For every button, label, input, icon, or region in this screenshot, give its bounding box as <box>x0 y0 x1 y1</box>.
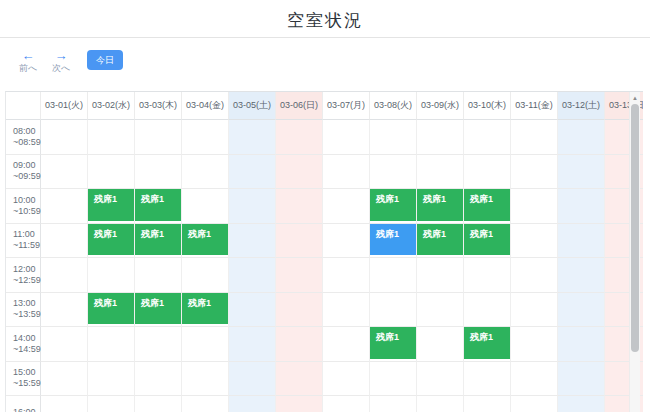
date-header: 03-03(木) <box>135 92 182 120</box>
calendar-cell <box>276 224 323 259</box>
calendar-cell <box>276 327 323 362</box>
calendar-cell <box>135 396 182 412</box>
time-start: 09:00 <box>13 160 40 171</box>
calendar-cell <box>88 258 135 293</box>
vertical-scrollbar[interactable]: ▲ <box>629 92 640 412</box>
calendar-cell <box>558 155 605 190</box>
availability-event[interactable]: 残席1 <box>417 224 463 256</box>
calendar-cell <box>511 258 558 293</box>
time-label: 14:00~14:59 <box>6 327 41 362</box>
time-end: ~08:59 <box>13 137 40 148</box>
availability-event[interactable]: 残席1 <box>464 224 510 256</box>
calendar-cell <box>370 396 417 412</box>
calendar-cell <box>41 258 88 293</box>
page-title: 空室状況 <box>0 0 650 32</box>
calendar-cell: 残席1 <box>370 327 417 362</box>
calendar-cell <box>182 189 229 224</box>
calendar-cell <box>182 155 229 190</box>
scrollbar-thumb[interactable] <box>631 104 639 352</box>
availability-event[interactable]: 残席1 <box>182 293 228 325</box>
calendar-cell: 残席1 <box>417 189 464 224</box>
calendar-cell <box>370 258 417 293</box>
calendar-cell <box>41 396 88 412</box>
calendar-cell <box>135 120 182 155</box>
calendar-cell <box>558 189 605 224</box>
calendar-cell <box>370 155 417 190</box>
calendar-cell <box>229 362 276 397</box>
calendar-cell <box>464 258 511 293</box>
calendar-cell: 残席1 <box>88 224 135 259</box>
calendar-cell <box>41 327 88 362</box>
date-header: 03-11(金) <box>511 92 558 120</box>
prev-button[interactable]: ← 前へ <box>16 50 40 73</box>
calendar-cell <box>558 258 605 293</box>
availability-event[interactable]: 残席1 <box>135 293 181 325</box>
calendar-cell <box>182 327 229 362</box>
calendar-cell <box>182 258 229 293</box>
availability-event[interactable]: 残席1 <box>135 189 181 221</box>
availability-event[interactable]: 残席1 <box>182 224 228 256</box>
calendar-cell <box>323 362 370 397</box>
calendar-cell <box>182 120 229 155</box>
arrow-left-icon: ← <box>22 50 35 62</box>
calendar-cell <box>229 120 276 155</box>
calendar-cell <box>323 293 370 328</box>
scroll-up-icon[interactable]: ▲ <box>630 93 640 103</box>
date-header: 03-08(火) <box>370 92 417 120</box>
availability-event[interactable]: 残席1 <box>464 189 510 221</box>
calendar-grid: 03-01(火)03-02(水)03-03(木)03-04(金)03-05(土)… <box>6 92 643 412</box>
calendar-cell <box>41 189 88 224</box>
calendar-cell <box>229 396 276 412</box>
availability-event[interactable]: 残席1 <box>135 224 181 256</box>
calendar-cell: 残席1 <box>135 189 182 224</box>
calendar-cell <box>276 293 323 328</box>
calendar-cell <box>417 362 464 397</box>
availability-event[interactable]: 残席1 <box>370 189 416 221</box>
calendar-cell <box>182 396 229 412</box>
calendar-cell <box>323 327 370 362</box>
calendar-cell <box>558 120 605 155</box>
calendar-cell: 残席1 <box>88 189 135 224</box>
calendar-cell <box>229 155 276 190</box>
availability-event[interactable]: 残席1 <box>370 327 416 359</box>
today-button[interactable]: 今日 <box>87 50 123 70</box>
time-start: 14:00 <box>13 333 40 344</box>
calendar-cell <box>229 327 276 362</box>
availability-calendar: 03-01(火)03-02(水)03-03(木)03-04(金)03-05(土)… <box>5 91 643 412</box>
calendar-cell <box>323 396 370 412</box>
prev-button-label: 前へ <box>19 63 37 73</box>
calendar-cell <box>417 327 464 362</box>
availability-event[interactable]: 残席1 <box>88 293 134 325</box>
date-header: 03-07(月) <box>323 92 370 120</box>
availability-event[interactable]: 残席1 <box>464 327 510 359</box>
calendar-toolbar: ← 前へ → 次へ 今日 <box>16 50 123 73</box>
availability-event[interactable]: 残席1 <box>88 189 134 221</box>
calendar-cell <box>41 120 88 155</box>
availability-event[interactable]: 残席1 <box>88 224 134 256</box>
calendar-cell <box>511 362 558 397</box>
time-start: 12:00 <box>13 264 40 275</box>
calendar-cell <box>276 362 323 397</box>
calendar-cell: 残席1 <box>135 293 182 328</box>
time-label: 11:00~11:59 <box>6 224 41 259</box>
calendar-cell <box>88 362 135 397</box>
calendar-cell <box>511 189 558 224</box>
calendar-cell: 残席1 <box>370 224 417 259</box>
calendar-cell: 残席1 <box>370 189 417 224</box>
calendar-cell <box>229 293 276 328</box>
calendar-cell <box>88 120 135 155</box>
calendar-cell: 残席1 <box>88 293 135 328</box>
next-button-label: 次へ <box>52 63 70 73</box>
time-start: 10:00 <box>13 195 40 206</box>
calendar-cell <box>370 362 417 397</box>
calendar-cell <box>558 293 605 328</box>
calendar-cell <box>511 120 558 155</box>
time-label: 13:00~13:59 <box>6 293 41 328</box>
availability-event[interactable]: 残席1 <box>370 224 416 256</box>
availability-event[interactable]: 残席1 <box>417 189 463 221</box>
next-button[interactable]: → 次へ <box>49 50 73 73</box>
calendar-cell <box>464 155 511 190</box>
time-label: 10:00~10:59 <box>6 189 41 224</box>
calendar-cell <box>135 362 182 397</box>
arrow-right-icon: → <box>55 50 68 62</box>
